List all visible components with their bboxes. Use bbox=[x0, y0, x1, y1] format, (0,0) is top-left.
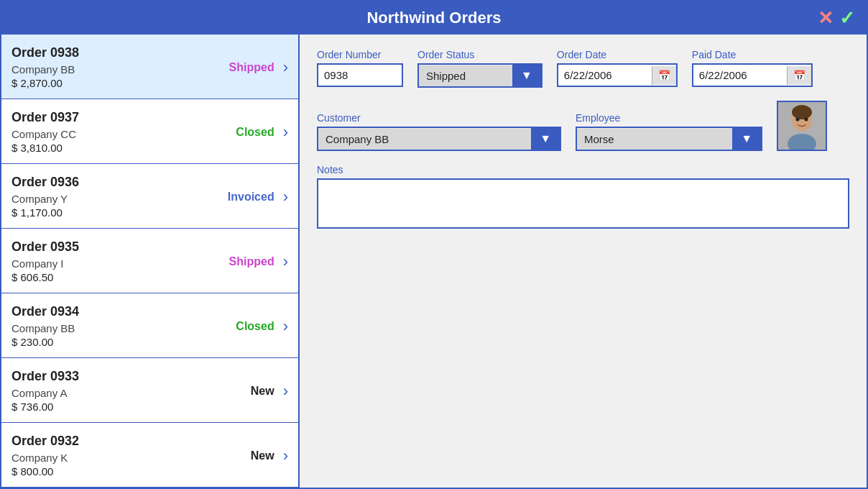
order-title: Order 0937 bbox=[11, 110, 203, 125]
customer-label: Customer bbox=[317, 112, 561, 124]
order-number-input[interactable] bbox=[317, 63, 403, 87]
customer-field: Customer Company ACompany BBCompany CCCo… bbox=[317, 112, 561, 151]
list-item[interactable]: Order 0937 Company CC $ 3,810.00 Closed … bbox=[1, 99, 298, 164]
order-status-select[interactable]: NewInvoicedShippedClosed bbox=[419, 65, 512, 86]
order-info: Order 0937 Company CC $ 3,810.00 bbox=[11, 110, 203, 154]
paid-date-input[interactable] bbox=[693, 65, 787, 86]
employee-wrapper: MorseOther ▼ bbox=[576, 127, 762, 151]
chevron-right-icon: › bbox=[283, 123, 288, 142]
order-date-field: Order Date 📅 bbox=[557, 49, 678, 88]
svg-point-2 bbox=[792, 105, 812, 119]
order-title: Order 0934 bbox=[11, 304, 203, 319]
order-title: Order 0938 bbox=[11, 45, 203, 60]
chevron-right-icon: › bbox=[283, 188, 288, 206]
employee-field: Employee MorseOther ▼ bbox=[576, 112, 762, 151]
notes-label: Notes bbox=[317, 164, 849, 175]
order-date-picker-btn[interactable]: 📅 bbox=[652, 66, 676, 85]
order-title: Order 0933 bbox=[11, 369, 203, 384]
list-item[interactable]: Order 0932 Company K $ 800.00 New › bbox=[1, 423, 298, 488]
close-button[interactable]: ✕ bbox=[818, 9, 834, 27]
order-status: Shipped bbox=[203, 61, 274, 74]
list-item[interactable]: Order 0933 Company A $ 736.00 New › bbox=[1, 358, 298, 423]
order-list: Order 0938 Company BB $ 2,870.00 Shipped… bbox=[1, 35, 300, 488]
order-amount: $ 800.00 bbox=[11, 465, 203, 477]
list-item[interactable]: Order 0938 Company BB $ 2,870.00 Shipped… bbox=[1, 35, 298, 99]
order-status: New bbox=[203, 449, 274, 462]
customer-wrapper: Company ACompany BBCompany CCCompany ICo… bbox=[317, 127, 561, 151]
order-info: Order 0934 Company BB $ 230.00 bbox=[11, 304, 203, 348]
order-status-wrapper: NewInvoicedShippedClosed ▼ bbox=[417, 63, 542, 88]
chevron-right-icon: › bbox=[283, 382, 288, 401]
order-info: Order 0935 Company I $ 606.50 bbox=[11, 239, 203, 283]
order-info: Order 0938 Company BB $ 2,870.00 bbox=[11, 45, 203, 89]
app-window: Northwind Orders ✕ ✓ Order 0938 Company … bbox=[0, 0, 868, 489]
customer-dropdown-btn[interactable]: ▼ bbox=[531, 128, 560, 150]
order-number-label: Order Number bbox=[317, 49, 403, 60]
order-amount: $ 3,810.00 bbox=[11, 142, 203, 154]
svg-point-4 bbox=[796, 118, 800, 122]
order-number-field: Order Number bbox=[317, 49, 403, 88]
main-content: Order 0938 Company BB $ 2,870.00 Shipped… bbox=[1, 35, 867, 488]
paid-date-label: Paid Date bbox=[692, 49, 813, 60]
order-status-dropdown-btn[interactable]: ▼ bbox=[512, 65, 541, 86]
order-company: Company A bbox=[11, 387, 203, 399]
paid-date-wrapper: 📅 bbox=[692, 63, 813, 87]
order-amount: $ 736.00 bbox=[11, 401, 203, 413]
order-status-label: Order Status bbox=[417, 49, 542, 60]
chevron-right-icon: › bbox=[283, 252, 288, 271]
chevron-right-icon: › bbox=[283, 447, 288, 465]
list-item[interactable]: Order 0934 Company BB $ 230.00 Closed › bbox=[1, 293, 298, 358]
detail-row-2: Customer Company ACompany BBCompany CCCo… bbox=[317, 101, 849, 151]
confirm-button[interactable]: ✓ bbox=[839, 9, 855, 27]
order-company: Company BB bbox=[11, 322, 203, 334]
order-info: Order 0932 Company K $ 800.00 bbox=[11, 434, 203, 477]
order-amount: $ 1,170.00 bbox=[11, 206, 203, 219]
detail-row-1: Order Number Order Status NewInvoicedShi… bbox=[317, 49, 849, 88]
order-amount: $ 606.50 bbox=[11, 271, 203, 283]
chevron-right-icon: › bbox=[283, 317, 288, 336]
order-amount: $ 230.00 bbox=[11, 336, 203, 348]
order-status: Shipped bbox=[203, 255, 274, 268]
order-info: Order 0936 Company Y $ 1,170.00 bbox=[11, 175, 203, 219]
employee-dropdown-btn[interactable]: ▼ bbox=[732, 128, 761, 150]
order-status-field: Order Status NewInvoicedShippedClosed ▼ bbox=[417, 49, 542, 88]
employee-label: Employee bbox=[576, 112, 762, 124]
employee-photo bbox=[777, 101, 827, 151]
app-title: Northwind Orders bbox=[366, 9, 501, 27]
employee-avatar-svg bbox=[778, 102, 826, 150]
notes-input[interactable] bbox=[317, 178, 849, 229]
chevron-right-icon: › bbox=[283, 58, 288, 77]
order-detail: Order Number Order Status NewInvoicedShi… bbox=[300, 35, 867, 488]
order-date-wrapper: 📅 bbox=[557, 63, 678, 87]
order-title: Order 0935 bbox=[11, 239, 203, 255]
order-status: Invoiced bbox=[203, 191, 274, 204]
svg-point-5 bbox=[805, 118, 808, 122]
order-status: Closed bbox=[203, 126, 274, 139]
order-date-label: Order Date bbox=[557, 49, 678, 60]
order-company: Company BB bbox=[11, 63, 203, 76]
list-item[interactable]: Order 0936 Company Y $ 1,170.00 Invoiced… bbox=[1, 164, 298, 229]
customer-select[interactable]: Company ACompany BBCompany CCCompany ICo… bbox=[318, 129, 531, 150]
notes-field: Notes bbox=[317, 164, 849, 229]
employee-select[interactable]: MorseOther bbox=[577, 129, 732, 150]
order-info: Order 0933 Company A $ 736.00 bbox=[11, 369, 203, 413]
order-company: Company I bbox=[11, 257, 203, 270]
paid-date-picker-btn[interactable]: 📅 bbox=[787, 66, 811, 85]
order-company: Company K bbox=[11, 452, 203, 464]
order-company: Company CC bbox=[11, 128, 203, 140]
order-status: New bbox=[203, 385, 274, 398]
order-amount: $ 2,870.00 bbox=[11, 77, 203, 89]
title-bar-buttons: ✕ ✓ bbox=[818, 9, 855, 27]
detail-row-3: Notes bbox=[317, 164, 849, 229]
order-title: Order 0932 bbox=[11, 434, 203, 449]
title-bar: Northwind Orders ✕ ✓ bbox=[1, 1, 867, 35]
order-status: Closed bbox=[203, 320, 274, 333]
order-company: Company Y bbox=[11, 193, 203, 205]
list-item[interactable]: Order 0935 Company I $ 606.50 Shipped › bbox=[1, 229, 298, 293]
order-title: Order 0936 bbox=[11, 175, 203, 190]
paid-date-field: Paid Date 📅 bbox=[692, 49, 813, 88]
order-date-input[interactable] bbox=[558, 65, 652, 86]
